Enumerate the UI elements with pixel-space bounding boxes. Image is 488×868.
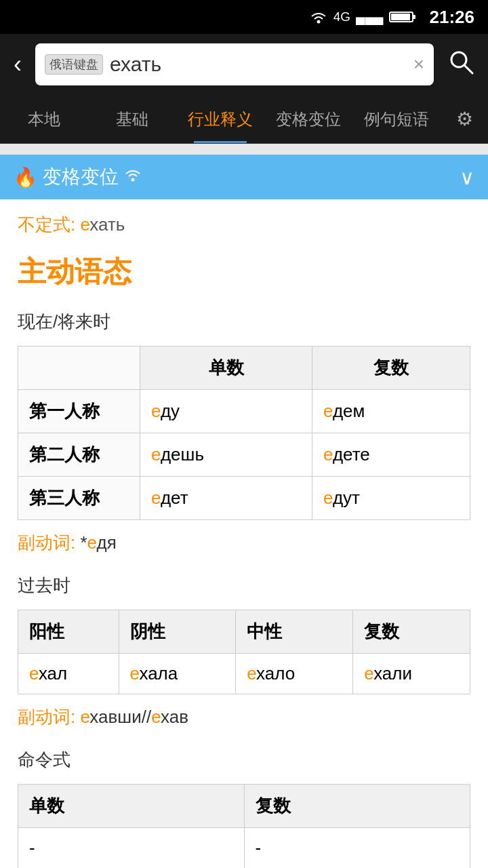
- search-input-text[interactable]: ехать: [110, 53, 407, 76]
- present-future-label: 现在/将来时: [18, 310, 470, 334]
- search-icon: [447, 48, 474, 75]
- person-2-label: 第二人称: [18, 433, 140, 477]
- imperative-header-singular: 单数: [18, 785, 245, 828]
- blue-header-title: 🔥 变格变位: [14, 164, 142, 190]
- past-tense-label: 过去时: [18, 574, 470, 597]
- tab-bar: 本地 基础 行业释义 变格变位 例句短语 ⚙: [0, 95, 488, 144]
- active-voice-title: 主动语态: [18, 253, 470, 291]
- adverbial-participle-1: 副动词: *едя: [18, 531, 470, 555]
- main-content: 不定式: ехать 主动语态 现在/将来时 单数 复数 第一人称 еду ед…: [0, 199, 488, 868]
- fire-icon: 🔥: [14, 166, 37, 189]
- section-divider: [0, 144, 488, 155]
- past-header-plur: 复数: [353, 610, 470, 654]
- person-1-label: 第一人称: [18, 390, 140, 433]
- search-button[interactable]: [441, 41, 481, 88]
- keyboard-badge: 俄语键盘: [45, 54, 103, 75]
- imperative-header-plural: 复数: [244, 785, 470, 828]
- person-1-plural: едем: [312, 390, 470, 433]
- search-box[interactable]: 俄语键盘 ехать ×: [35, 43, 434, 85]
- table-row: - -: [18, 828, 470, 869]
- table-row: 第一人称 еду едем: [18, 390, 470, 433]
- past-header-masc: 阳性: [18, 610, 119, 654]
- imperative-label: 命令式: [18, 748, 470, 772]
- participle-1-prefix: *: [80, 532, 87, 553]
- imperative-table: 单数 复数 - -: [18, 784, 470, 868]
- svg-point-0: [317, 20, 320, 24]
- blue-header-text: 变格变位: [43, 164, 119, 190]
- chevron-down-icon: ∨: [460, 165, 474, 189]
- past-fem-val: ехала: [119, 654, 236, 694]
- battery-icon: [389, 10, 416, 24]
- person-2-plural: едете: [312, 433, 470, 477]
- past-masc-val: ехал: [18, 654, 119, 694]
- tab-local[interactable]: 本地: [0, 95, 88, 143]
- imperative-plural-val: -: [244, 828, 470, 869]
- signal-bars: ▄▄▄: [356, 9, 383, 24]
- tab-basic[interactable]: 基础: [88, 95, 176, 143]
- past-table-header-row: 阳性 阴性 中性 复数: [18, 610, 470, 654]
- person-2-singular: едешь: [140, 433, 312, 477]
- infinitive-line: 不定式: ехать: [18, 213, 470, 237]
- person-3-singular: едет: [140, 477, 312, 520]
- table-row: 第三人称 едет едут: [18, 477, 470, 520]
- tab-conjugation-label: 变格变位: [276, 108, 341, 130]
- infinitive-label: 不定式:: [18, 214, 75, 235]
- tab-basic-label: 基础: [116, 108, 148, 130]
- infinitive-orange-char: е: [80, 214, 89, 235]
- past-header-neut: 中性: [236, 610, 353, 654]
- table-row: ехал ехала ехало ехали: [18, 654, 470, 694]
- svg-rect-3: [391, 14, 410, 20]
- past-neut-val: ехало: [236, 654, 353, 694]
- participle-2-label: 副动词:: [18, 707, 75, 727]
- table-header-singular: 单数: [140, 347, 312, 390]
- svg-point-6: [131, 178, 135, 182]
- wifi-small-icon: [124, 168, 142, 186]
- person-3-label: 第三人称: [18, 477, 140, 520]
- participle-1-label: 副动词:: [18, 532, 75, 553]
- network-type: 4G: [333, 9, 350, 24]
- settings-icon: ⚙: [456, 108, 473, 130]
- svg-rect-2: [413, 15, 415, 19]
- table-header-plural: 复数: [312, 347, 470, 390]
- table-row: 第二人称 едешь едете: [18, 433, 470, 477]
- status-icons: 4G ▄▄▄: [309, 9, 416, 24]
- table-header-empty: [18, 347, 140, 390]
- tab-local-label: 本地: [28, 108, 60, 130]
- blue-section-header[interactable]: 🔥 变格变位 ∨: [0, 155, 488, 199]
- infinitive-rest: хать: [89, 214, 125, 235]
- adverbial-participle-2: 副动词: ехавши//ехав: [18, 705, 470, 729]
- person-3-plural: едут: [312, 477, 470, 520]
- tab-industry-label: 行业释义: [188, 108, 253, 130]
- top-bar: ‹ 俄语键盘 ехать ×: [0, 34, 488, 95]
- status-bar: 4G ▄▄▄ 21:26: [0, 0, 488, 34]
- wifi-icon: [309, 10, 328, 24]
- clear-button[interactable]: ×: [413, 54, 424, 75]
- tab-examples[interactable]: 例句短语: [352, 95, 441, 143]
- status-time: 21:26: [430, 7, 475, 28]
- back-button[interactable]: ‹: [7, 43, 28, 85]
- settings-button[interactable]: ⚙: [441, 95, 488, 143]
- tab-examples-label: 例句短语: [364, 108, 429, 130]
- person-1-singular: еду: [140, 390, 312, 433]
- imperative-header-row: 单数 复数: [18, 785, 470, 828]
- tab-conjugation[interactable]: 变格变位: [264, 95, 352, 143]
- past-tense-table: 阳性 阴性 中性 复数 ехал ехала ехало ехали: [18, 610, 470, 694]
- imperative-singular-val: -: [18, 828, 245, 869]
- past-header-fem: 阴性: [119, 610, 236, 654]
- past-plur-val: ехали: [353, 654, 470, 694]
- tab-industry[interactable]: 行业释义: [176, 95, 264, 143]
- present-future-table: 单数 复数 第一人称 еду едем 第二人称 едешь едет: [18, 346, 470, 520]
- svg-line-5: [464, 65, 472, 73]
